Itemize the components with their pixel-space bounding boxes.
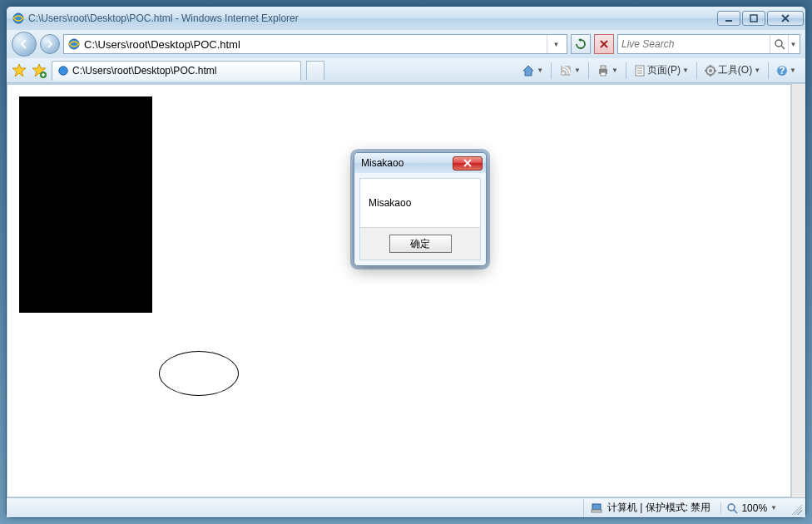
svg-line-34 [734, 510, 737, 513]
dialog-title-bar: Misakaoo [354, 153, 486, 173]
title-bar: C:\Users\root\Desktop\POC.html - Windows… [7, 7, 805, 30]
print-button[interactable]: ▼ [592, 62, 622, 80]
status-bar: 计算机 | 保护模式: 禁用 100% ▼ [7, 497, 805, 517]
dialog-title: Misakaoo [361, 157, 453, 169]
chevron-down-icon: ▼ [611, 67, 618, 74]
black-rectangle [19, 96, 152, 313]
svg-rect-31 [592, 504, 601, 510]
chevron-down-icon: ▼ [537, 67, 543, 74]
add-favorite-button[interactable] [32, 63, 47, 78]
zone-label: 计算机 | 保护模式: 禁用 [607, 501, 710, 515]
toolbar-right: ▼ ▼ ▼ 页面(P) ▼ 工具(O) ▼ [517, 62, 800, 80]
browser-tab[interactable]: C:\Users\root\Desktop\POC.html [52, 61, 301, 81]
svg-point-33 [728, 504, 735, 511]
svg-point-5 [69, 39, 79, 49]
chevron-down-icon: ▼ [553, 41, 560, 48]
alert-dialog: Misakaoo Misakaoo 确定 [354, 152, 487, 266]
search-button[interactable] [770, 35, 788, 53]
ie-page-icon [67, 37, 81, 51]
dialog-button-row: 确定 [359, 227, 481, 260]
dialog-ok-button[interactable]: 确定 [389, 235, 452, 253]
forward-button[interactable] [40, 34, 60, 54]
address-dropdown-button[interactable]: ▼ [547, 35, 565, 53]
dialog-body: Misakaoo 确定 [354, 173, 486, 265]
resize-grip[interactable] [789, 502, 802, 515]
separator [626, 62, 626, 79]
close-button[interactable] [767, 11, 804, 26]
tab-label: C:\Users\root\Desktop\POC.html [72, 65, 216, 77]
chevron-down-icon: ▼ [790, 67, 796, 74]
svg-point-0 [13, 13, 23, 23]
ie-logo-icon [12, 12, 25, 25]
toolbar: C:\Users\root\Desktop\POC.html ▼ ▼ ▼ 页面(… [7, 58, 805, 83]
refresh-button[interactable] [571, 34, 591, 54]
maximize-button[interactable] [742, 11, 765, 26]
svg-rect-2 [750, 15, 757, 22]
minimize-button[interactable] [717, 11, 740, 26]
separator [696, 62, 697, 79]
security-zone[interactable]: 计算机 | 保护模式: 禁用 [583, 499, 717, 517]
content-wrapper [7, 83, 805, 497]
svg-line-4 [782, 15, 789, 22]
svg-point-8 [775, 40, 782, 47]
new-tab-button[interactable] [306, 61, 324, 80]
back-button[interactable] [12, 32, 37, 57]
separator [768, 62, 769, 79]
address-bar: ▼ [63, 34, 567, 54]
page-menu-button[interactable]: 页面(P) ▼ [630, 62, 693, 80]
chevron-down-icon: ▼ [754, 67, 760, 74]
svg-rect-18 [601, 72, 606, 76]
vertical-scrollbar[interactable] [791, 84, 805, 497]
tab-page-icon [57, 65, 69, 77]
favorites-button[interactable] [12, 63, 27, 78]
chevron-down-icon: ▼ [682, 67, 689, 74]
zoom-control[interactable]: 100% ▼ [720, 502, 782, 514]
help-button[interactable]: ? ▼ [772, 62, 800, 80]
svg-text:?: ? [779, 65, 785, 77]
home-button[interactable]: ▼ [517, 62, 547, 80]
window-buttons [717, 11, 804, 26]
computer-icon [591, 502, 604, 514]
dialog-close-button[interactable] [453, 156, 483, 171]
svg-point-15 [562, 72, 565, 74]
svg-point-24 [709, 69, 712, 72]
address-input[interactable] [84, 36, 543, 52]
window-title: C:\Users\root\Desktop\POC.html - Windows… [28, 12, 717, 24]
ellipse-shape [159, 351, 239, 396]
chevron-down-icon: ▼ [790, 41, 797, 48]
svg-line-9 [781, 46, 785, 49]
dialog-message: Misakaoo [359, 178, 481, 228]
zoom-value: 100% [741, 502, 767, 514]
tools-menu-button[interactable]: 工具(O) ▼ [701, 62, 765, 80]
separator [551, 62, 552, 79]
separator [588, 62, 589, 79]
search-input[interactable] [621, 36, 770, 52]
stop-button[interactable] [594, 34, 614, 54]
chevron-down-icon: ▼ [574, 67, 581, 74]
svg-rect-17 [601, 66, 606, 69]
tools-menu-label: 工具(O) [718, 63, 752, 77]
page-content [7, 84, 791, 497]
svg-line-3 [782, 15, 789, 22]
chevron-down-icon: ▼ [770, 504, 777, 512]
navigation-bar: ▼ ▼ [7, 30, 805, 58]
svg-rect-32 [592, 510, 602, 512]
page-menu-label: 页面(P) [647, 63, 681, 77]
search-dropdown-button[interactable]: ▼ [788, 35, 798, 53]
svg-point-13 [59, 67, 68, 76]
ie-window: C:\Users\root\Desktop\POC.html - Windows… [6, 6, 806, 518]
search-box: ▼ [617, 34, 800, 54]
zoom-icon [726, 502, 738, 514]
feeds-button[interactable]: ▼ [555, 62, 585, 80]
